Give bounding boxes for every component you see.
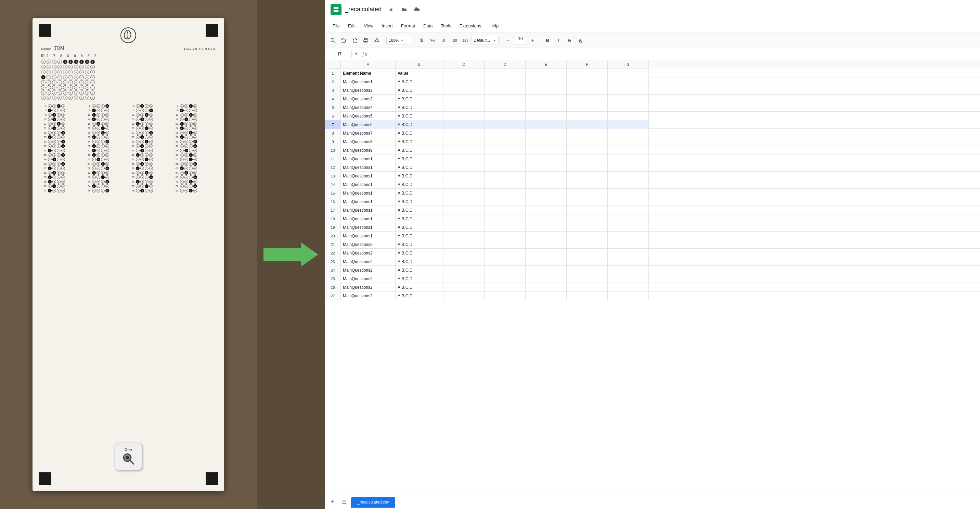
grid-cell[interactable]: A,B,C,D — [396, 120, 444, 129]
table-row[interactable]: 21MainQuestions2A,B,C,D — [325, 240, 980, 249]
grid-cell[interactable] — [566, 206, 608, 214]
grid-cell[interactable] — [444, 129, 485, 137]
grid-cell[interactable] — [526, 69, 566, 77]
grid-cell[interactable]: MainQuestions3 — [341, 94, 396, 103]
grid-cell[interactable] — [566, 197, 608, 206]
grid-cell[interactable] — [485, 206, 526, 214]
menu-data[interactable]: Data — [420, 22, 436, 30]
grid-cell[interactable] — [526, 172, 566, 180]
grid-cell[interactable]: A,B,C,D — [396, 146, 444, 155]
grid-cell[interactable]: MainQuestions2 — [341, 240, 396, 249]
grid-cell[interactable] — [608, 155, 649, 163]
table-row[interactable]: 11MainQuestions1A,B,C,D — [325, 155, 980, 163]
grid-cell[interactable]: Value — [396, 69, 444, 77]
grid-cell[interactable] — [526, 231, 566, 240]
paint-format-btn[interactable] — [372, 35, 382, 46]
grid-cell[interactable] — [566, 223, 608, 231]
grid-cell[interactable]: A,B,C,D — [396, 180, 444, 189]
grid-cell[interactable]: MainQuestions2 — [341, 249, 396, 257]
grid-cell[interactable] — [444, 292, 485, 300]
cell-ref[interactable]: I7 — [328, 50, 352, 58]
search-toolbar-btn[interactable] — [328, 35, 338, 46]
grid-cell[interactable]: MainQuestions1 — [341, 77, 396, 86]
grid-cell[interactable] — [526, 103, 566, 112]
percent-btn[interactable]: % — [427, 35, 438, 46]
grid-cell[interactable]: A,B,C,D — [396, 77, 444, 86]
grid-cell[interactable] — [444, 240, 485, 249]
grid-cell[interactable] — [485, 180, 526, 189]
grid-cell[interactable]: A,B,C,D — [396, 163, 444, 172]
grid-cell[interactable]: MainQuestions2 — [341, 86, 396, 94]
grid-cell[interactable] — [485, 129, 526, 137]
grid-cell[interactable]: A,B,C,D — [396, 189, 444, 197]
grid-cell[interactable]: MainQuestions2 — [341, 292, 396, 300]
grid-cell[interactable] — [608, 77, 649, 86]
grid-cell[interactable] — [526, 292, 566, 300]
grid-cell[interactable] — [444, 86, 485, 94]
decimal-1-btn[interactable]: .0 — [438, 35, 449, 46]
menu-format[interactable]: Format — [398, 22, 418, 30]
grid-cell[interactable] — [485, 120, 526, 129]
menu-file[interactable]: File — [329, 22, 343, 30]
grid-cell[interactable] — [608, 214, 649, 223]
table-row[interactable]: 25MainQuestions2A,B,C,D — [325, 274, 980, 283]
grid-cell[interactable]: A,B,C,D — [396, 94, 444, 103]
grid-cell[interactable] — [526, 155, 566, 163]
grid-cell[interactable] — [608, 223, 649, 231]
grid-cell[interactable] — [444, 146, 485, 155]
grid-cell[interactable] — [526, 146, 566, 155]
grid-cell[interactable] — [566, 292, 608, 300]
grid-cell[interactable] — [608, 206, 649, 214]
table-row[interactable]: 9MainQuestions8A,B,C,D — [325, 137, 980, 146]
menu-view[interactable]: View — [360, 22, 377, 30]
grid-cell[interactable]: A,B,C,D — [396, 214, 444, 223]
grid-cell[interactable]: MainQuestions1 — [341, 206, 396, 214]
grid-cell[interactable]: MainQuestions5 — [341, 112, 396, 120]
table-row[interactable]: 12MainQuestions1A,B,C,D — [325, 163, 980, 172]
grid-cell[interactable]: A,B,C,D — [396, 137, 444, 146]
undo-btn[interactable] — [339, 35, 349, 46]
col-header-g[interactable]: G — [608, 60, 649, 69]
grid-cell[interactable] — [566, 120, 608, 129]
decrease-font-btn[interactable]: − — [503, 35, 513, 46]
grid-cell[interactable] — [485, 77, 526, 86]
grid-cell[interactable] — [608, 240, 649, 249]
grid-cell[interactable] — [444, 112, 485, 120]
grid-cell[interactable]: MainQuestions1 — [341, 180, 396, 189]
strikethrough-btn[interactable]: S — [564, 35, 574, 46]
grid-cell[interactable] — [566, 283, 608, 292]
grid-cell[interactable] — [526, 86, 566, 94]
grid-cell[interactable] — [526, 163, 566, 172]
grid-cell[interactable] — [566, 214, 608, 223]
grid-cell[interactable] — [526, 112, 566, 120]
underline-btn[interactable]: A — [575, 35, 585, 46]
grid-cell[interactable] — [566, 180, 608, 189]
grid-cell[interactable] — [608, 231, 649, 240]
grid-cell[interactable] — [444, 249, 485, 257]
grid-cell[interactable]: MainQuestions2 — [341, 283, 396, 292]
grid-cell[interactable] — [444, 120, 485, 129]
grid-cell[interactable] — [485, 189, 526, 197]
grid-cell[interactable] — [444, 283, 485, 292]
grid-cell[interactable] — [485, 197, 526, 206]
grid-cell[interactable] — [526, 120, 566, 129]
grid-cell[interactable] — [444, 223, 485, 231]
grid-cell[interactable] — [608, 249, 649, 257]
grid-cell[interactable]: MainQuestions1 — [341, 214, 396, 223]
grid-cell[interactable] — [608, 274, 649, 283]
grid-cell[interactable] — [444, 206, 485, 214]
grid-cell[interactable] — [485, 163, 526, 172]
grid-cell[interactable] — [444, 172, 485, 180]
grid-cell[interactable] — [566, 103, 608, 112]
table-row[interactable]: 16MainQuestions1A,B,C,D — [325, 197, 980, 206]
grid-cell[interactable] — [608, 137, 649, 146]
table-row[interactable]: 5MainQuestions4A,B,C,D — [325, 103, 980, 112]
grid-cell[interactable]: A,B,C,D — [396, 249, 444, 257]
italic-btn[interactable]: I — [553, 35, 563, 46]
grid-cell[interactable]: A,B,C,D — [396, 231, 444, 240]
grid-cell[interactable] — [485, 86, 526, 94]
grid-cell[interactable] — [526, 206, 566, 214]
grid-cell[interactable] — [566, 266, 608, 274]
grid-cell[interactable] — [444, 214, 485, 223]
folder-icon[interactable] — [399, 5, 409, 14]
